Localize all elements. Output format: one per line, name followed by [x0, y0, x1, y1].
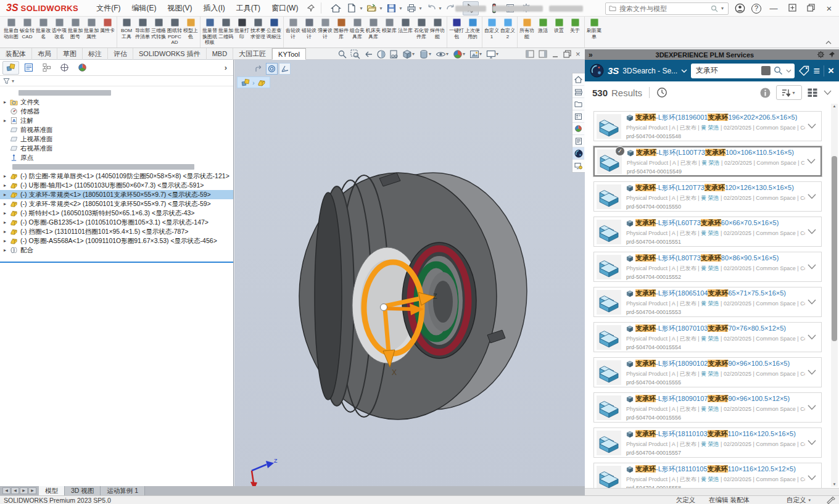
- tree-expander-icon[interactable]: ▸: [4, 247, 10, 253]
- app-selector-caret-icon[interactable]: [681, 69, 687, 73]
- panel-pin-icon[interactable]: [829, 51, 835, 59]
- panel-search-box[interactable]: [691, 64, 794, 78]
- appearances-scenes-icon[interactable]: [572, 123, 584, 135]
- tree-item[interactable]: ▸ 配合: [0, 246, 233, 255]
- command-tab[interactable]: 标注: [83, 48, 108, 60]
- ribbon-button[interactable]: 上次使用的: [465, 19, 481, 46]
- next-sheet-icon[interactable]: ▶: [20, 487, 28, 494]
- expand-chevron-icon[interactable]: [805, 440, 819, 445]
- result-thumbnail[interactable]: [597, 255, 621, 279]
- feature-manager-tab[interactable]: [2, 61, 19, 75]
- search-input[interactable]: [619, 5, 708, 12]
- command-tab[interactable]: 评估: [108, 48, 133, 60]
- pin-menubar-icon[interactable]: [307, 4, 315, 12]
- minimize-document-icon[interactable]: [552, 50, 559, 58]
- command-tab[interactable]: 大国工匠: [233, 48, 272, 60]
- file-explorer-icon[interactable]: [572, 98, 584, 110]
- ribbon-button[interactable]: 批量打印: [234, 19, 250, 46]
- ribbon-button[interactable]: 属性卡: [99, 19, 115, 46]
- zoom-area-icon[interactable]: [349, 49, 362, 59]
- measure-angle-icon[interactable]: [279, 63, 291, 75]
- new-file-button[interactable]: [344, 1, 360, 15]
- expand-chevron-icon[interactable]: [805, 405, 819, 410]
- ribbon-button[interactable]: 批量加属性: [83, 19, 99, 46]
- result-title[interactable]: 支承环-L形环(18196001支承环196×202×206.5×16×5): [626, 113, 805, 122]
- ribbon-button[interactable]: 模型上色: [183, 19, 199, 46]
- results-scrollbar[interactable]: ▲ ▼: [831, 104, 838, 487]
- tree-item[interactable]: ▸ (-) 斯特封<1> (16050103斯特封50×65.1×6.3) <显…: [0, 209, 233, 218]
- tree-item[interactable]: 原点: [0, 153, 233, 162]
- result-thumbnail[interactable]: [597, 220, 621, 244]
- tree-item[interactable]: 传感器: [0, 107, 233, 116]
- new-file-caret-icon[interactable]: ▾: [360, 6, 362, 11]
- result-card[interactable]: 支承环-L形环(18196001支承环196×202×206.5×16×5) P…: [593, 111, 822, 141]
- menu-item[interactable]: 编辑(E): [126, 0, 162, 17]
- tree-item[interactable]: ▸ (-) 挡圈<1> (13101101挡圈101×95.4×1.5) <显示…: [0, 227, 233, 236]
- tree-item[interactable]: [0, 88, 233, 97]
- ribbon-button[interactable]: 自定义2: [500, 19, 516, 46]
- result-thumbnail[interactable]: [597, 184, 621, 209]
- menu-item[interactable]: 插入(I): [197, 0, 230, 17]
- expand-chevron-icon[interactable]: [805, 123, 819, 129]
- ribbon-collapse-icon[interactable]: [825, 41, 832, 44]
- search-caret-icon[interactable]: ▾: [721, 6, 724, 11]
- ribbon-button[interactable]: 关于: [567, 19, 583, 46]
- ribbon-button[interactable]: 批量加二维码: [218, 19, 234, 46]
- maximize-window-button[interactable]: [786, 4, 798, 14]
- tree-item[interactable]: [0, 162, 233, 171]
- tree-expander-icon[interactable]: ▸: [4, 238, 10, 244]
- expand-chevron-icon[interactable]: [805, 299, 819, 305]
- expand-chevron-icon[interactable]: [804, 159, 818, 164]
- status-tool-icon[interactable]: [827, 497, 835, 504]
- ribbon-button[interactable]: 组合夹具库: [349, 19, 365, 46]
- task-home-icon[interactable]: [572, 73, 584, 86]
- tree-expander-icon[interactable]: ▸: [4, 118, 10, 123]
- search-history-clock-icon[interactable]: [656, 87, 667, 98]
- command-tab[interactable]: 草图: [57, 48, 83, 60]
- expand-chevron-icon[interactable]: [805, 475, 819, 481]
- ribbon-button[interactable]: 自定义1: [484, 19, 500, 46]
- result-title[interactable]: 支承环-L形环(18065104支承环65×71×75.5×16×5): [626, 289, 805, 298]
- ribbon-button[interactable]: 刷新菜单: [586, 19, 602, 46]
- status-custom-caret-icon[interactable]: ▾: [808, 498, 811, 503]
- close-document-icon[interactable]: ×: [576, 49, 581, 59]
- tree-expander-icon[interactable]: ▸: [4, 183, 10, 188]
- result-title[interactable]: 支承环-L形环(L60T73支承环60×66×70.5×16×5): [626, 218, 805, 228]
- panel-search-input[interactable]: [696, 67, 758, 75]
- document-tab[interactable]: 3D 视图: [65, 486, 101, 495]
- user-account-icon[interactable]: [735, 3, 745, 14]
- panel-menu-icon[interactable]: ≡: [814, 65, 820, 76]
- search-icon[interactable]: [711, 5, 718, 12]
- ribbon-button[interactable]: 批量加图号: [67, 19, 83, 46]
- panel-close-icon[interactable]: ×: [828, 65, 834, 76]
- restore-document-icon[interactable]: [563, 50, 571, 58]
- ribbon-button[interactable]: 齿轮设计: [285, 19, 301, 46]
- menu-item[interactable]: 文件(F): [91, 0, 126, 17]
- result-card[interactable]: 支承环-L形环(18110105支承环110×116×120.5×12×5) P…: [593, 463, 822, 488]
- ribbon-button[interactable]: 公差查询标注: [266, 19, 282, 46]
- tree-item[interactable]: ▸ (-) 支承环-常规类<1> (18050101支承环50×55×9.7) …: [0, 190, 233, 199]
- result-thumbnail[interactable]: [597, 360, 621, 385]
- panel-collapse-icon[interactable]: »: [589, 51, 593, 59]
- command-tab[interactable]: SOLIDWORKS 插件: [133, 48, 207, 60]
- results-expand-chevron-icon[interactable]: [824, 90, 832, 95]
- result-card[interactable]: 支承环-L形环(18090107支承环90×96×100.5×12×5) Phy…: [593, 392, 822, 423]
- menu-item[interactable]: 视图(V): [162, 0, 197, 17]
- forum-monitor-icon[interactable]: [572, 160, 584, 172]
- tree-item[interactable]: ▸ (-) 支承环-常规类<2> (18050101支承环50×55×9.7) …: [0, 199, 233, 209]
- custom-properties-icon[interactable]: [572, 135, 584, 147]
- tree-expander-icon[interactable]: ▸: [4, 220, 10, 225]
- part-icon[interactable]: [257, 78, 266, 87]
- tree-item[interactable]: ▸ (-) U形圈-轴用<1> (11050103U形圈50×60×7.3) <…: [0, 181, 233, 190]
- tree-expander-icon[interactable]: ▸: [4, 99, 10, 105]
- tree-item[interactable]: ▸ 文件夹: [0, 97, 233, 107]
- close-window-button[interactable]: ×: [823, 3, 835, 14]
- previous-sheet-icon[interactable]: ◀: [11, 487, 19, 494]
- ribbon-button[interactable]: 选中项改名: [51, 19, 67, 46]
- tree-item[interactable]: ▸ (-) 防尘圈-常规单唇类<1> (14050109防尘圈50×58×5×8…: [0, 171, 233, 181]
- ribbon-button[interactable]: 导出部件清单: [134, 19, 151, 46]
- tree-item[interactable]: 上视基准面: [0, 134, 233, 144]
- clear-search-icon[interactable]: [761, 66, 771, 75]
- next-pane-icon[interactable]: [539, 50, 547, 58]
- expand-chevron-icon[interactable]: [805, 229, 819, 234]
